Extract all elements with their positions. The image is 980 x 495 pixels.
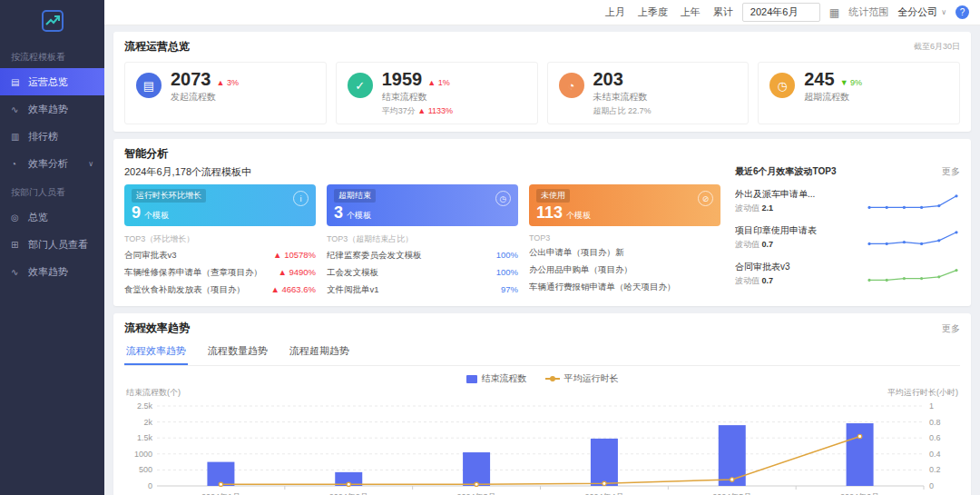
smart-tile-tag: 运行时长环比增长	[132, 189, 206, 203]
date-picker-value: 2024年6月	[750, 6, 799, 17]
kpi-label: 超期流程数	[804, 91, 862, 104]
chart-legend: 结束流程数平均运行时长	[124, 372, 960, 385]
content: 流程运营总览 截至6月30日 ▤2073▲ 3%发起流程数✓1959▲ 1%结束…	[104, 25, 980, 495]
trend-chart[interactable]: 005000.210000.41.5k0.62k0.82.5k12024年1月2…	[124, 399, 960, 495]
top3-row[interactable]: 办公用品申购单（项目办）	[529, 262, 720, 279]
pending-icon: ◔	[559, 73, 584, 98]
help-icon[interactable]: ?	[956, 5, 969, 19]
top3-row[interactable]: 工会发文模板100%	[327, 264, 518, 282]
fluctuation-name: 项目印章使用申请表	[735, 224, 858, 237]
sidebar-item[interactable]: ▥排行榜	[0, 123, 104, 150]
trend-icon: ∿	[11, 267, 22, 277]
chevron-down-icon: ∨	[88, 160, 93, 168]
svg-text:0.6: 0.6	[929, 433, 941, 442]
smart-tile-unit: 个模板	[566, 211, 591, 220]
kpi-value-row: 203	[593, 69, 652, 90]
sidebar-item[interactable]: ◔效率分析∨	[0, 150, 104, 177]
sidebar-item-label: 效率分析	[28, 157, 68, 171]
legend-item[interactable]: 平均运行时长	[545, 372, 619, 385]
calendar-icon[interactable]: ▦	[829, 6, 839, 19]
sparkline-chart	[866, 226, 960, 250]
top3-row[interactable]: 文件阅批单v197%	[327, 282, 518, 299]
fluctuation-list: 外出及派车申请单...波动值 2.1项目印章使用申请表波动值 0.7合同审批表v…	[735, 188, 960, 287]
kpi-change: ▲ 1%	[427, 78, 449, 87]
sidebar-item[interactable]: ▤运营总览	[0, 68, 104, 95]
smart-column: 未使用113个模板⊘TOP3公出申请单（项目办）新办公用品申购单（项目办）车辆通…	[529, 184, 720, 299]
tab-active[interactable]: 流程效率趋势	[124, 340, 188, 365]
kpi-tile: ✓1959▲ 1%结束流程数平均37分 ▲ 1133%	[336, 62, 538, 124]
kpi-change: ▲ 3%	[217, 78, 239, 87]
kpi-tile: ▤2073▲ 3%发起流程数	[124, 62, 327, 124]
svg-text:1: 1	[929, 401, 934, 411]
top3-value: 100%	[496, 250, 518, 262]
top3-name: 车辆通行费报销申请单（哈天项目办）	[529, 282, 676, 293]
legend-item[interactable]: 结束流程数	[466, 372, 527, 385]
sidebar-section-templates: 按流程模板看	[0, 42, 104, 68]
top3-row[interactable]: 车辆维修保养申请单（查章项目办）▲ 9490%	[124, 264, 316, 282]
sidebar-item[interactable]: ⊞部门人员查看	[0, 231, 104, 258]
overview-card: 流程运营总览 截至6月30日 ▤2073▲ 3%发起流程数✓1959▲ 1%结束…	[113, 32, 971, 132]
fluctuation-title: 最近6个月效率波动TOP3	[735, 165, 837, 178]
dashboard-icon: ▤	[11, 77, 22, 87]
kpi-value: 1959	[382, 69, 423, 90]
top3-row[interactable]: 车辆通行费报销申请单（哈天项目办）	[529, 279, 720, 296]
trend-more-link[interactable]: 更多	[942, 322, 960, 335]
trend-card: 流程效率趋势 更多 流程效率趋势流程数量趋势流程超期趋势 结束流程数平均运行时长…	[113, 313, 971, 495]
smart-tile-tag: 未使用	[536, 189, 570, 203]
as-of-date: 截至6月30日	[914, 41, 960, 53]
top3-row[interactable]: 食堂伙食补助发放表（项目办）▲ 4663.6%	[124, 282, 316, 299]
summary-icon: ◎	[11, 213, 22, 223]
top3-row[interactable]: 纪律监察委员会发文模板100%	[327, 247, 518, 264]
sidebar-item-label: 部门人员查看	[28, 238, 88, 252]
smart-tile[interactable]: 未使用113个模板⊘	[529, 184, 720, 226]
top3-row[interactable]: 公出申请单（项目办）新	[529, 244, 720, 262]
range-button[interactable]: 上季度	[638, 5, 668, 19]
kpi-body: 2073▲ 3%发起流程数	[171, 69, 239, 104]
date-picker[interactable]: 2024年6月	[742, 3, 820, 22]
tab-item[interactable]: 流程数量趋势	[206, 340, 270, 365]
range-button[interactable]: 累计	[713, 5, 733, 19]
sidebar-nav-people: ◎总览⊞部门人员查看∿效率趋势	[0, 203, 104, 285]
sparkline-chart	[866, 190, 960, 213]
fluctuation-info: 合同审批表v3波动值 0.7	[735, 261, 858, 287]
smart-tile[interactable]: 运行时长环比增长9个模板i	[124, 184, 316, 226]
smart-tile[interactable]: 超期结束3个模板◷	[327, 184, 518, 226]
sidebar-item[interactable]: ∿效率趋势	[0, 258, 104, 285]
fluctuation-info: 外出及派车申请单...波动值 2.1	[735, 188, 858, 214]
top3-value: ▲ 4663.6%	[270, 284, 316, 296]
svg-text:0.4: 0.4	[929, 450, 941, 459]
left-axis-title: 结束流程数(个)	[126, 387, 181, 399]
kpi-label: 结束流程数	[382, 91, 453, 104]
fluctuation-item[interactable]: 外出及派车申请单...波动值 2.1	[735, 188, 960, 214]
kpi-value-row: 245▼ 9%	[804, 69, 862, 90]
fluctuation-more-link[interactable]: 更多	[942, 165, 960, 178]
chevron-down-icon: ∨	[941, 8, 946, 16]
sidebar-item-label: 总览	[28, 211, 48, 224]
overview-title: 流程运营总览	[124, 39, 190, 54]
smart-column: 超期结束3个模板◷TOP3（超期结束占比）纪律监察委员会发文模板100%工会发文…	[327, 184, 518, 299]
kpi-sub: 超期占比 22.7%	[593, 105, 652, 117]
smart-left: 2024年6月,178个流程模板中 运行时长环比增长9个模板iTOP3（环比增长…	[124, 165, 720, 299]
svg-text:0: 0	[929, 481, 934, 490]
right-axis-title: 平均运行时长(小时)	[887, 387, 958, 399]
smart-columns: 运行时长环比增长9个模板iTOP3（环比增长）合同审批表v3▲ 10578%车辆…	[124, 184, 720, 299]
app-logo[interactable]	[0, 0, 104, 42]
top3-row[interactable]: 合同审批表v3▲ 10578%	[124, 247, 316, 264]
sidebar-nav-templates: ▤运营总览∿效率趋势▥排行榜◔效率分析∨	[0, 68, 104, 177]
fluctuation-name: 外出及派车申请单...	[735, 188, 858, 201]
sidebar-item[interactable]: ∿效率趋势	[0, 95, 104, 123]
top3-name: 公出申请单（项目办）新	[529, 247, 624, 259]
legend-label: 结束流程数	[482, 372, 527, 385]
tab-item[interactable]: 流程超期趋势	[288, 340, 351, 365]
fluctuation-item[interactable]: 合同审批表v3波动值 0.7	[735, 261, 960, 287]
scope-select[interactable]: 全分公司 ∨	[897, 5, 946, 19]
smart-tile-value-row: 3个模板	[334, 203, 511, 223]
sidebar-item[interactable]: ◎总览	[0, 203, 104, 231]
top3-value: ▲ 10578%	[273, 250, 316, 262]
range-button[interactable]: 上月	[605, 5, 625, 19]
range-button[interactable]: 上年	[681, 5, 701, 19]
app-root: 按流程模板看 ▤运营总览∿效率趋势▥排行榜◔效率分析∨ 按部门人员看 ◎总览⊞部…	[0, 0, 980, 495]
info-icon: i	[293, 191, 309, 206]
smart-column: 运行时长环比增长9个模板iTOP3（环比增长）合同审批表v3▲ 10578%车辆…	[124, 184, 316, 299]
fluctuation-item[interactable]: 项目印章使用申请表波动值 0.7	[735, 224, 960, 251]
